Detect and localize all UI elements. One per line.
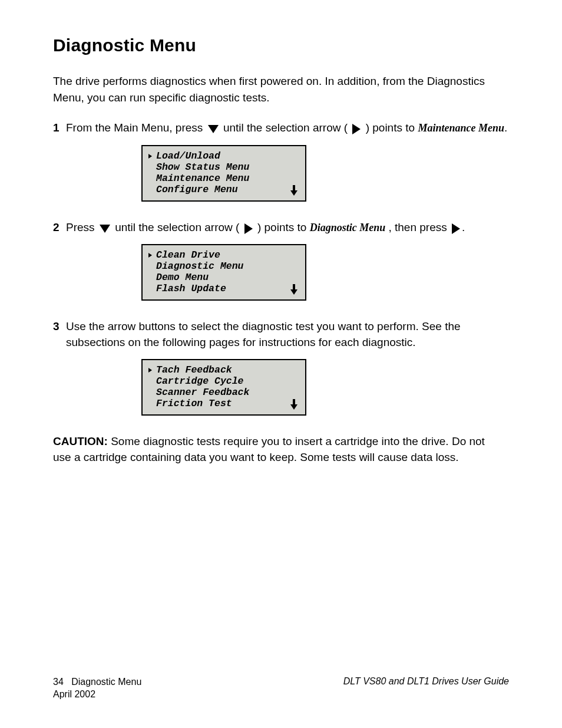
step-text: Press until the selection arrow ( ) poin… [66, 219, 509, 236]
down-arrow-icon [100, 220, 110, 236]
step-3: 3 Use the arrow buttons to select the di… [53, 318, 509, 351]
lcd-text: Tach Feedback [156, 365, 232, 376]
lcd-text: Demo Menu [156, 272, 209, 284]
step2-pre: Press [66, 221, 98, 233]
lcd-text: Flash Update [156, 284, 226, 295]
lcd-text: Cartridge Cycle [156, 376, 244, 387]
lcd-panel-diagnostic-menu: Tach Feedback Cartridge Cycle Scanner Fe… [141, 359, 306, 416]
section-heading: Diagnostic Menu [53, 35, 509, 55]
pointer-icon [148, 250, 156, 261]
right-arrow-icon [244, 220, 253, 236]
lcd-line: Cartridge Cycle [148, 376, 298, 387]
step2-target: Diagnostic Menu [310, 222, 386, 233]
step-number: 1 [53, 120, 66, 136]
footer-doc-title: DLT VS80 and DLT1 Drives User Guide [343, 676, 509, 701]
step2-points: ) points to [257, 221, 310, 233]
lcd-line: Load/Unload [148, 151, 298, 162]
scroll-down-icon [290, 185, 298, 196]
lcd-text: Show Status Menu [156, 162, 249, 173]
step1-target: Maintenance Menu [418, 122, 504, 134]
step-text: Use the arrow buttons to select the diag… [66, 318, 509, 351]
lcd-text: Diagnostic Menu [156, 261, 244, 272]
lcd-line: Scanner Feedback [148, 387, 298, 398]
lcd-line: Configure Menu [148, 185, 298, 196]
footer-date: April 2002 [53, 689, 95, 699]
lcd-panel-maintenance-menu: Clean Drive Diagnostic Menu Demo Menu Fl… [141, 244, 306, 301]
caution-label: CAUTION: [53, 435, 108, 447]
step-2: 2 Press until the selection arrow ( ) po… [53, 219, 509, 236]
step-text: From the Main Menu, press until the sele… [66, 120, 509, 137]
step1-pre: From the Main Menu, press [66, 121, 206, 134]
scroll-down-icon [290, 399, 298, 410]
footer-page-number: 34 [53, 677, 64, 687]
lcd-text: Clean Drive [156, 250, 220, 261]
step1-post: ) points to [366, 121, 418, 134]
caution-note: CAUTION: Some diagnostic tests require y… [53, 433, 489, 466]
right-arrow-icon [452, 220, 460, 236]
step2-then: , then press [388, 221, 450, 233]
lcd-line: Demo Menu [148, 272, 298, 284]
pointer-icon [148, 365, 156, 376]
down-arrow-icon [208, 120, 219, 137]
lcd-line: Flash Update [148, 284, 298, 295]
step-number: 3 [53, 318, 66, 335]
lcd-line: Tach Feedback [148, 365, 298, 376]
footer-section: Diagnostic Menu [71, 677, 141, 687]
step-1: 1 From the Main Menu, press until the se… [53, 120, 509, 137]
scroll-down-icon [290, 284, 298, 295]
right-arrow-icon [352, 120, 361, 137]
lcd-line: Show Status Menu [148, 162, 298, 173]
lcd-text: Maintenance Menu [156, 173, 249, 185]
step1-mid: until the selection arrow ( [223, 121, 348, 134]
lcd-line: Diagnostic Menu [148, 261, 298, 272]
lcd-line: Clean Drive [148, 250, 298, 261]
intro-paragraph: The drive performs diagnostics when firs… [53, 73, 489, 106]
step2-mid: until the selection arrow ( [115, 221, 239, 233]
page-footer: 34 Diagnostic Menu April 2002 DLT VS80 a… [53, 676, 509, 701]
caution-text: Some diagnostic tests require you to ins… [53, 435, 485, 464]
lcd-text: Friction Test [156, 398, 232, 410]
lcd-panel-main-menu: Load/Unload Show Status Menu Maintenance… [141, 145, 306, 202]
lcd-line: Friction Test [148, 398, 298, 410]
pointer-icon [148, 151, 156, 162]
step-number: 2 [53, 219, 66, 236]
lcd-text: Scanner Feedback [156, 387, 249, 398]
lcd-text: Load/Unload [156, 151, 220, 162]
lcd-text: Configure Menu [156, 185, 238, 196]
lcd-line: Maintenance Menu [148, 173, 298, 185]
